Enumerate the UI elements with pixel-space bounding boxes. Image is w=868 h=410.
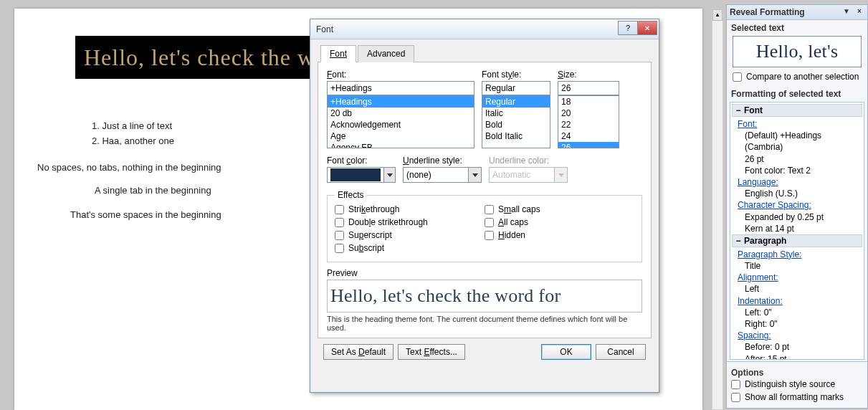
character-spacing-link[interactable]: Character Spacing: — [738, 200, 811, 210]
size-label: Size: — [558, 70, 619, 80]
fontcolor-swatch — [330, 168, 381, 181]
underlinestyle-dropdown[interactable]: (none) — [403, 167, 482, 183]
show-formatting-marks-checkbox[interactable]: Show all formatting marks — [731, 392, 863, 402]
effects-group: Effects Strikethrough Double strikethrou… — [327, 190, 642, 262]
pane-title: Reveal Formatting — [730, 7, 805, 17]
effects-legend: Effects — [335, 190, 366, 200]
fontcolor-dropdown[interactable] — [327, 167, 396, 183]
spacing-link[interactable]: Spacing: — [738, 330, 771, 340]
fontstyle-option[interactable]: Italic — [482, 108, 550, 119]
reveal-formatting-pane: Reveal Formatting ▼ × Selected text Hell… — [726, 4, 868, 409]
dialog-titlebar[interactable]: Font ? × — [310, 19, 659, 39]
font-input[interactable] — [327, 81, 474, 95]
selected-text-label: Selected text — [727, 20, 867, 34]
svg-marker-2 — [558, 173, 564, 177]
underlinecolor-label: Underline color: — [489, 156, 568, 166]
subscript-checkbox[interactable]: Subscript — [335, 243, 485, 253]
size-input[interactable] — [558, 81, 619, 95]
doc-paragraph: A single tab in the beginning — [95, 185, 211, 196]
spacing-after: After: 15 pt — [732, 353, 862, 360]
spacing-before: Before: 0 pt — [732, 341, 862, 353]
distinguish-style-source-checkbox[interactable]: Distinguish style source — [731, 379, 863, 389]
list-item: 1. Just a line of text — [92, 120, 174, 131]
paragraph-group-header[interactable]: Paragraph — [732, 234, 862, 247]
font-value: 26 pt — [732, 153, 862, 165]
font-option[interactable]: 20 db — [328, 108, 474, 119]
compare-selection-checkbox[interactable]: Compare to another selection — [727, 70, 867, 83]
font-label: Font: — [327, 70, 474, 80]
font-group-header[interactable]: Font — [732, 104, 862, 117]
font-value: (Default) +Headings — [732, 130, 862, 141]
font-option[interactable]: Agency FB — [328, 142, 474, 148]
size-option[interactable]: 22 — [558, 119, 619, 130]
font-option[interactable]: +Headings — [328, 96, 474, 108]
doc-title-text: Hello, let's check the w — [84, 44, 315, 71]
paragraph-style-link[interactable]: Paragraph Style: — [738, 249, 801, 259]
font-option[interactable]: Acknowledgement — [328, 119, 474, 130]
allcaps-checkbox[interactable]: All caps — [485, 217, 634, 227]
fontstyle-input[interactable] — [482, 81, 550, 95]
indentation-link[interactable]: Indentation: — [738, 296, 783, 306]
pane-close-button[interactable]: × — [854, 7, 864, 17]
formatting-tree[interactable]: Font Font: (Default) +Headings (Cambria)… — [730, 102, 864, 360]
list-item: 2. Haa, another one — [92, 135, 174, 146]
language-link[interactable]: Language: — [738, 177, 778, 187]
tab-font[interactable]: Font — [320, 45, 356, 62]
size-option[interactable]: 20 — [558, 108, 619, 119]
ok-button[interactable]: OK — [541, 344, 591, 360]
underlinestyle-label: Underline style: — [403, 156, 482, 166]
tab-advanced[interactable]: Advanced — [358, 45, 414, 62]
preview-box: Hello, let's check the word for — [327, 280, 642, 313]
fontstyle-listbox[interactable]: Regular Italic Bold Bold Italic — [482, 95, 550, 148]
size-option[interactable]: 24 — [558, 130, 619, 142]
indent-right: Right: 0" — [732, 318, 862, 330]
smallcaps-checkbox[interactable]: Small caps — [485, 204, 634, 214]
fontstyle-option[interactable]: Bold Italic — [482, 130, 550, 142]
scroll-up-button[interactable]: ▲ — [712, 9, 722, 21]
doc-paragraph: No spaces, no tabs, nothing in the begin… — [37, 162, 221, 173]
font-link[interactable]: Font: — [738, 119, 757, 129]
cs-value: Expanded by 0.25 pt — [732, 211, 862, 223]
language-value: English (U.S.) — [732, 188, 862, 199]
options-label: Options — [731, 365, 863, 379]
pane-preview-text: Hello, let's — [756, 41, 839, 62]
double-strikethrough-checkbox[interactable]: Double strikethrough — [335, 217, 485, 227]
dropdown-arrow-icon[interactable] — [468, 168, 481, 182]
fontstyle-option[interactable]: Regular — [482, 96, 550, 108]
font-option[interactable]: Age — [328, 130, 474, 142]
document-scrollbar[interactable]: ▲ — [712, 9, 723, 410]
help-button[interactable]: ? — [618, 21, 638, 35]
svg-marker-0 — [387, 173, 393, 177]
cancel-button[interactable]: Cancel — [596, 344, 646, 360]
doc-paragraph: That's some spaces in the beginning — [70, 209, 221, 220]
font-listbox[interactable]: +Headings 20 db Acknowledgement Age Agen… — [327, 95, 474, 148]
dropdown-arrow-icon — [554, 168, 567, 182]
pane-dropdown-icon[interactable]: ▼ — [841, 7, 852, 17]
pane-preview-box: Hello, let's — [733, 36, 862, 67]
svg-marker-1 — [472, 173, 478, 177]
preview-text: Hello, let's check the word for — [330, 285, 561, 307]
formatting-label: Formatting of selected text — [727, 86, 867, 100]
fontcolor-label: Font color: — [327, 156, 396, 166]
font-value: (Cambria) — [732, 141, 862, 153]
hidden-checkbox[interactable]: Hidden — [485, 230, 634, 240]
preview-description: This is the heading theme font. The curr… — [327, 315, 642, 332]
close-button[interactable]: × — [637, 21, 657, 35]
size-option[interactable]: 26 — [558, 142, 619, 148]
dropdown-arrow-icon[interactable] — [383, 168, 395, 182]
alignment-value: Left — [732, 283, 862, 295]
text-effects-button[interactable]: Text Effects... — [398, 344, 465, 360]
size-option[interactable]: 18 — [558, 96, 619, 108]
alignment-link[interactable]: Alignment: — [738, 272, 778, 282]
set-as-default-button[interactable]: Set As Default — [323, 344, 394, 360]
strikethrough-checkbox[interactable]: Strikethrough — [335, 204, 485, 214]
preview-label: Preview — [327, 268, 642, 278]
cs-value: Kern at 14 pt — [732, 223, 862, 234]
dialog-title: Font — [316, 24, 333, 34]
underlinecolor-dropdown: Automatic — [489, 167, 568, 183]
superscript-checkbox[interactable]: Superscript — [335, 230, 485, 240]
size-listbox[interactable]: 18 20 22 24 26 — [558, 95, 619, 148]
pane-header[interactable]: Reveal Formatting ▼ × — [727, 5, 867, 20]
fontstyle-option[interactable]: Bold — [482, 119, 550, 130]
doc-list: 1. Just a line of text 2. Haa, another o… — [92, 120, 174, 151]
